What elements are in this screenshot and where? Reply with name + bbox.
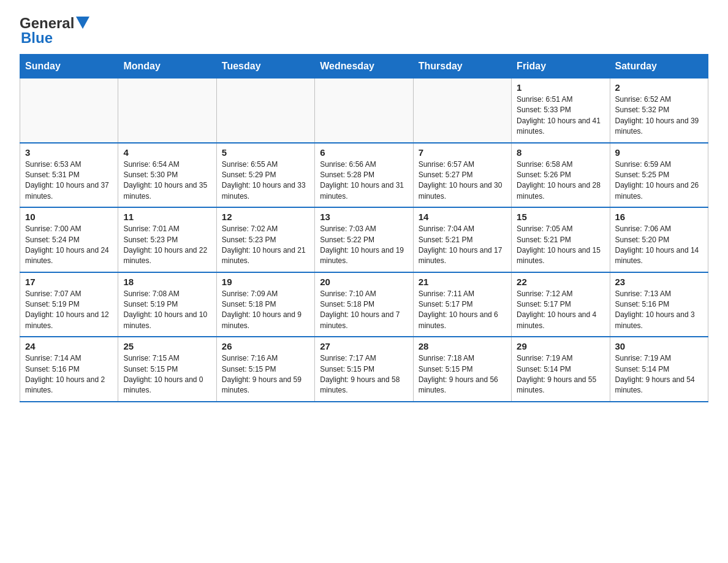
calendar-cell: 30Sunrise: 7:19 AM Sunset: 5:14 PM Dayli… [610, 337, 708, 402]
day-number: 28 [419, 341, 506, 351]
calendar-cell: 16Sunrise: 7:06 AM Sunset: 5:20 PM Dayli… [610, 207, 708, 272]
day-info: Sunrise: 6:52 AM Sunset: 5:32 PM Dayligh… [615, 94, 703, 137]
day-info: Sunrise: 6:58 AM Sunset: 5:26 PM Dayligh… [517, 159, 604, 202]
day-number: 23 [615, 277, 703, 287]
calendar-cell: 18Sunrise: 7:08 AM Sunset: 5:19 PM Dayli… [118, 272, 216, 337]
day-info: Sunrise: 7:05 AM Sunset: 5:21 PM Dayligh… [517, 224, 604, 267]
day-number: 24 [25, 341, 113, 351]
day-info: Sunrise: 6:53 AM Sunset: 5:31 PM Dayligh… [25, 159, 113, 202]
day-number: 6 [320, 147, 408, 158]
calendar-cell: 2Sunrise: 6:52 AM Sunset: 5:32 PM Daylig… [610, 79, 708, 143]
day-info: Sunrise: 7:08 AM Sunset: 5:19 PM Dayligh… [123, 289, 211, 332]
calendar-cell: 29Sunrise: 7:19 AM Sunset: 5:14 PM Dayli… [512, 337, 610, 402]
day-number: 29 [517, 341, 604, 351]
calendar-cell: 26Sunrise: 7:16 AM Sunset: 5:15 PM Dayli… [216, 337, 314, 402]
calendar-cell: 5Sunrise: 6:55 AM Sunset: 5:29 PM Daylig… [216, 143, 314, 208]
day-number: 26 [222, 341, 309, 351]
day-info: Sunrise: 7:19 AM Sunset: 5:14 PM Dayligh… [615, 353, 703, 396]
day-number: 4 [123, 147, 211, 158]
calendar-cell: 23Sunrise: 7:13 AM Sunset: 5:16 PM Dayli… [610, 272, 708, 337]
day-number: 1 [517, 82, 604, 93]
calendar-cell [315, 79, 413, 143]
calendar-cell: 13Sunrise: 7:03 AM Sunset: 5:22 PM Dayli… [315, 207, 413, 272]
col-monday: Monday [118, 55, 216, 79]
calendar-week-row-4: 24Sunrise: 7:14 AM Sunset: 5:16 PM Dayli… [20, 337, 708, 402]
day-info: Sunrise: 7:01 AM Sunset: 5:23 PM Dayligh… [123, 224, 211, 267]
day-number: 7 [419, 147, 506, 158]
calendar-cell: 6Sunrise: 6:56 AM Sunset: 5:28 PM Daylig… [315, 143, 413, 208]
day-info: Sunrise: 6:54 AM Sunset: 5:30 PM Dayligh… [123, 159, 211, 202]
day-number: 10 [25, 212, 113, 222]
calendar-cell [118, 79, 216, 143]
day-number: 22 [517, 277, 604, 287]
calendar-cell [216, 79, 314, 143]
calendar-cell: 24Sunrise: 7:14 AM Sunset: 5:16 PM Dayli… [20, 337, 118, 402]
header: General Blue [20, 15, 708, 47]
day-info: Sunrise: 6:59 AM Sunset: 5:25 PM Dayligh… [615, 159, 703, 202]
day-info: Sunrise: 7:07 AM Sunset: 5:19 PM Dayligh… [25, 289, 113, 332]
day-number: 18 [123, 277, 211, 287]
calendar-week-row-1: 3Sunrise: 6:53 AM Sunset: 5:31 PM Daylig… [20, 143, 708, 208]
calendar-week-row-3: 17Sunrise: 7:07 AM Sunset: 5:19 PM Dayli… [20, 272, 708, 337]
calendar-cell: 14Sunrise: 7:04 AM Sunset: 5:21 PM Dayli… [413, 207, 511, 272]
day-number: 11 [123, 212, 211, 222]
calendar-cell: 12Sunrise: 7:02 AM Sunset: 5:23 PM Dayli… [216, 207, 314, 272]
col-saturday: Saturday [610, 55, 708, 79]
day-info: Sunrise: 7:00 AM Sunset: 5:24 PM Dayligh… [25, 224, 113, 267]
day-number: 5 [222, 147, 309, 158]
logo-blue-part: Blue [21, 29, 53, 47]
calendar-cell: 8Sunrise: 6:58 AM Sunset: 5:26 PM Daylig… [512, 143, 610, 208]
day-info: Sunrise: 7:12 AM Sunset: 5:17 PM Dayligh… [517, 289, 604, 332]
day-info: Sunrise: 7:06 AM Sunset: 5:20 PM Dayligh… [615, 224, 703, 267]
calendar-cell: 27Sunrise: 7:17 AM Sunset: 5:15 PM Dayli… [315, 337, 413, 402]
day-number: 14 [419, 212, 506, 222]
calendar-cell [20, 79, 118, 143]
col-friday: Friday [512, 55, 610, 79]
day-info: Sunrise: 7:18 AM Sunset: 5:15 PM Dayligh… [419, 353, 506, 396]
day-number: 12 [222, 212, 309, 222]
day-number: 9 [615, 147, 703, 158]
calendar-week-row-0: 1Sunrise: 6:51 AM Sunset: 5:33 PM Daylig… [20, 79, 708, 143]
calendar-week-row-2: 10Sunrise: 7:00 AM Sunset: 5:24 PM Dayli… [20, 207, 708, 272]
svg-marker-0 [76, 17, 89, 29]
col-thursday: Thursday [413, 55, 511, 79]
day-number: 13 [320, 212, 408, 222]
logo-arrow-icon [76, 17, 89, 29]
day-number: 25 [123, 341, 211, 351]
calendar-cell: 25Sunrise: 7:15 AM Sunset: 5:15 PM Dayli… [118, 337, 216, 402]
day-info: Sunrise: 7:04 AM Sunset: 5:21 PM Dayligh… [419, 224, 506, 267]
day-number: 20 [320, 277, 408, 287]
day-info: Sunrise: 7:09 AM Sunset: 5:18 PM Dayligh… [222, 289, 309, 332]
calendar-cell: 21Sunrise: 7:11 AM Sunset: 5:17 PM Dayli… [413, 272, 511, 337]
calendar-cell: 17Sunrise: 7:07 AM Sunset: 5:19 PM Dayli… [20, 272, 118, 337]
day-number: 16 [615, 212, 703, 222]
calendar-cell: 11Sunrise: 7:01 AM Sunset: 5:23 PM Dayli… [118, 207, 216, 272]
calendar-cell: 7Sunrise: 6:57 AM Sunset: 5:27 PM Daylig… [413, 143, 511, 208]
calendar-cell: 15Sunrise: 7:05 AM Sunset: 5:21 PM Dayli… [512, 207, 610, 272]
day-number: 17 [25, 277, 113, 287]
day-info: Sunrise: 7:03 AM Sunset: 5:22 PM Dayligh… [320, 224, 408, 267]
calendar-cell: 19Sunrise: 7:09 AM Sunset: 5:18 PM Dayli… [216, 272, 314, 337]
col-tuesday: Tuesday [216, 55, 314, 79]
calendar-cell [413, 79, 511, 143]
day-info: Sunrise: 7:14 AM Sunset: 5:16 PM Dayligh… [25, 353, 113, 396]
day-number: 19 [222, 277, 309, 287]
calendar-cell: 10Sunrise: 7:00 AM Sunset: 5:24 PM Dayli… [20, 207, 118, 272]
day-info: Sunrise: 6:55 AM Sunset: 5:29 PM Dayligh… [222, 159, 309, 202]
day-info: Sunrise: 6:51 AM Sunset: 5:33 PM Dayligh… [517, 94, 604, 137]
calendar-cell: 4Sunrise: 6:54 AM Sunset: 5:30 PM Daylig… [118, 143, 216, 208]
col-sunday: Sunday [20, 55, 118, 79]
calendar-header-row: Sunday Monday Tuesday Wednesday Thursday… [20, 55, 708, 79]
calendar-cell: 22Sunrise: 7:12 AM Sunset: 5:17 PM Dayli… [512, 272, 610, 337]
day-number: 30 [615, 341, 703, 351]
logo: General Blue [20, 15, 89, 47]
day-number: 2 [615, 82, 703, 93]
day-number: 15 [517, 212, 604, 222]
day-info: Sunrise: 6:57 AM Sunset: 5:27 PM Dayligh… [419, 159, 506, 202]
calendar-cell: 3Sunrise: 6:53 AM Sunset: 5:31 PM Daylig… [20, 143, 118, 208]
calendar-table: Sunday Monday Tuesday Wednesday Thursday… [20, 54, 708, 402]
day-info: Sunrise: 7:10 AM Sunset: 5:18 PM Dayligh… [320, 289, 408, 332]
day-info: Sunrise: 7:13 AM Sunset: 5:16 PM Dayligh… [615, 289, 703, 332]
day-number: 8 [517, 147, 604, 158]
calendar-cell: 9Sunrise: 6:59 AM Sunset: 5:25 PM Daylig… [610, 143, 708, 208]
